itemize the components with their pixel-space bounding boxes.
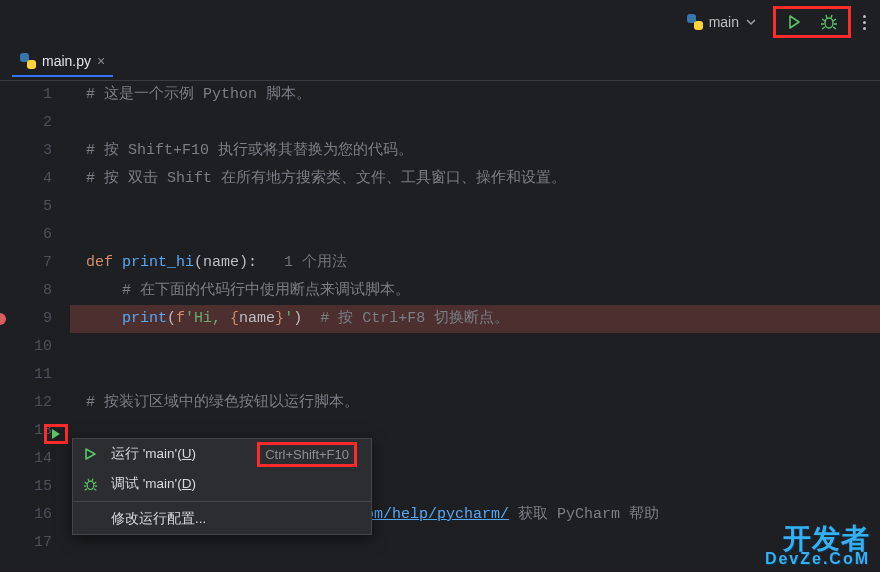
play-icon bbox=[83, 447, 101, 461]
line-number-gutter: 1 2 3 4 5 6 7 8 9 10 11 12 13 14 15 16 1… bbox=[0, 81, 70, 572]
line-number: 7 bbox=[0, 249, 52, 277]
line-number: 2 bbox=[0, 109, 52, 137]
menu-debug-label: 调试 'main'(D) bbox=[111, 475, 196, 493]
top-toolbar: main bbox=[0, 0, 880, 44]
line-number: 4 bbox=[0, 165, 52, 193]
line-number: 9 bbox=[0, 305, 52, 333]
line-number: 15 bbox=[0, 473, 52, 501]
run-debug-highlight bbox=[773, 6, 851, 38]
play-icon bbox=[50, 428, 62, 440]
run-configuration-selector[interactable]: main bbox=[679, 10, 765, 34]
tab-filename: main.py bbox=[42, 53, 91, 69]
line-number: 14 bbox=[0, 445, 52, 473]
menu-separator bbox=[73, 501, 371, 502]
menu-run-label: 运行 'main'(U) bbox=[111, 445, 196, 463]
chevron-down-icon bbox=[745, 16, 757, 28]
breakpoint-marker[interactable] bbox=[0, 313, 6, 325]
debug-button[interactable] bbox=[820, 13, 838, 31]
svg-point-0 bbox=[825, 18, 833, 28]
python-file-icon bbox=[20, 53, 36, 69]
menu-debug-main[interactable]: 调试 'main'(D) bbox=[73, 469, 371, 499]
more-actions-button[interactable] bbox=[859, 9, 870, 36]
menu-run-main[interactable]: 运行 'main'(U) Ctrl+Shift+F10 bbox=[73, 439, 371, 469]
line-number: 12 bbox=[0, 389, 52, 417]
line-number: 11 bbox=[0, 361, 52, 389]
tab-close-button[interactable]: × bbox=[97, 53, 105, 69]
python-icon bbox=[687, 14, 703, 30]
line-number: 5 bbox=[0, 193, 52, 221]
file-tab-main[interactable]: main.py × bbox=[12, 47, 113, 77]
run-context-menu: 运行 'main'(U) Ctrl+Shift+F10 调试 'main'(D)… bbox=[72, 438, 372, 535]
run-config-name: main bbox=[709, 14, 739, 30]
line-number: 3 bbox=[0, 137, 52, 165]
editor-tab-bar: main.py × bbox=[0, 44, 880, 80]
gutter-run-button[interactable] bbox=[44, 424, 68, 444]
bug-icon bbox=[820, 13, 838, 31]
line-number: 10 bbox=[0, 333, 52, 361]
line-number: 17 bbox=[0, 529, 52, 557]
svg-point-1 bbox=[87, 481, 94, 489]
menu-edit-config[interactable]: 修改运行配置... bbox=[73, 504, 371, 534]
line-number: 16 bbox=[0, 501, 52, 529]
menu-run-shortcut: Ctrl+Shift+F10 bbox=[257, 442, 357, 467]
play-icon bbox=[786, 14, 802, 30]
line-number: 6 bbox=[0, 221, 52, 249]
line-number: 13 bbox=[0, 417, 52, 445]
line-number: 8 bbox=[0, 277, 52, 305]
watermark: 开发者 DevZe.CoM bbox=[765, 526, 870, 566]
menu-config-label: 修改运行配置... bbox=[111, 510, 206, 528]
line-number: 1 bbox=[0, 81, 52, 109]
bug-icon bbox=[83, 477, 101, 492]
run-button[interactable] bbox=[786, 14, 802, 30]
